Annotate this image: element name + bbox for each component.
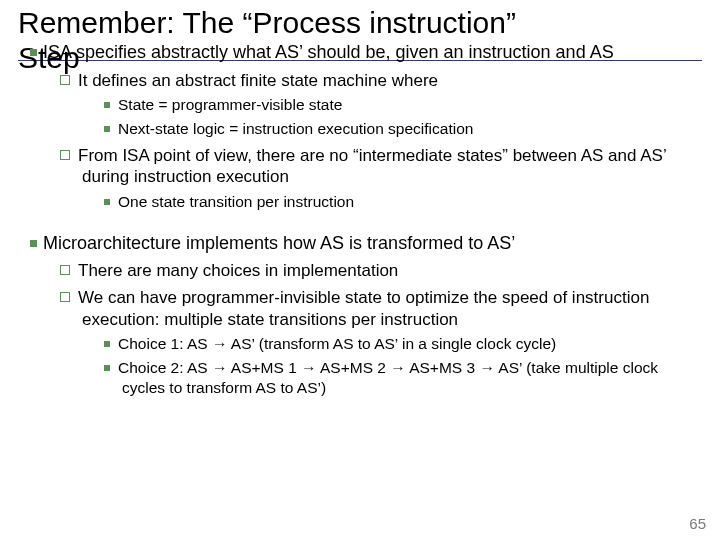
bullet-choice-2-text: Choice 2: AS → AS+MS 1 → AS+MS 2 → AS+MS… — [118, 359, 658, 396]
bullet-no-intermediate-text: From ISA point of view, there are no “in… — [78, 146, 666, 186]
bullet-choice-1: Choice 1: AS → AS’ (transform AS to AS’ … — [104, 334, 702, 354]
bullet-microarch: Microarchitecture implements how AS is t… — [30, 232, 702, 255]
square-bullet-icon — [104, 102, 110, 108]
bullet-next-state-text: Next-state logic = instruction execution… — [118, 120, 473, 137]
bullet-choice-2: Choice 2: AS → AS+MS 1 → AS+MS 2 → AS+MS… — [104, 358, 702, 398]
hollow-bullet-icon — [60, 75, 70, 85]
hollow-bullet-icon — [60, 292, 70, 302]
bullet-isa-text: ISA specifies abstractly what AS’ should… — [43, 42, 614, 62]
title-line-1: Remember: The “Process instruction” — [18, 6, 516, 39]
square-bullet-icon — [104, 199, 110, 205]
square-bullet-icon — [104, 126, 110, 132]
bullet-choice-1-text: Choice 1: AS → AS’ (transform AS to AS’ … — [118, 335, 556, 352]
bullet-isa: ISA specifies abstractly what AS’ should… — [30, 41, 702, 64]
bullet-invisible-state-text: We can have programmer-invisible state t… — [78, 288, 649, 328]
bullet-many-choices-text: There are many choices in implementation — [78, 261, 398, 280]
square-bullet-icon — [104, 341, 110, 347]
page-number: 65 — [689, 515, 706, 532]
square-bullet-icon — [104, 365, 110, 371]
bullet-state-text: State = programmer-visible state — [118, 96, 342, 113]
hollow-bullet-icon — [60, 150, 70, 160]
slide: Remember: The “Process instruction” Step… — [0, 0, 720, 540]
bullet-one-transition: One state transition per instruction — [104, 192, 702, 212]
square-bullet-icon — [30, 49, 37, 56]
bullet-no-intermediate: From ISA point of view, there are no “in… — [60, 145, 702, 188]
bullet-many-choices: There are many choices in implementation — [60, 260, 702, 281]
bullet-next-state: Next-state logic = instruction execution… — [104, 119, 702, 139]
square-bullet-icon — [30, 240, 37, 247]
bullet-invisible-state: We can have programmer-invisible state t… — [60, 287, 702, 330]
bullet-microarch-text: Microarchitecture implements how AS is t… — [43, 233, 515, 253]
hollow-bullet-icon — [60, 265, 70, 275]
bullet-one-transition-text: One state transition per instruction — [118, 193, 354, 210]
bullet-state: State = programmer-visible state — [104, 95, 702, 115]
